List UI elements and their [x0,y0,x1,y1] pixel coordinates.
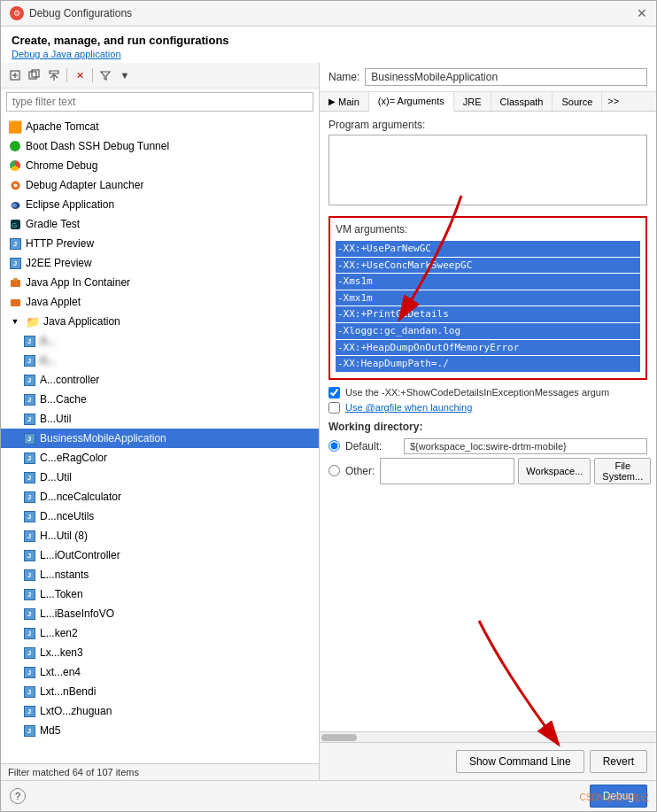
filter-input[interactable] [6,92,313,112]
tab-more-button[interactable]: >> [602,92,624,111]
tree-item-eclipse[interactable]: Eclipse Application [1,195,319,214]
name-input[interactable] [365,68,647,86]
tab-source-label: Source [561,97,592,107]
vm-args-content[interactable]: -XX:+UseParNewGC -XX:+UseConcMarkSweepGC… [336,241,640,372]
other-radio[interactable] [328,465,340,476]
other-radio-label: Other: [345,465,375,477]
tree-item-a2[interactable]: J A... [1,351,319,370]
checkbox-argfile-row: Use @argfile when launching [328,402,647,414]
argfile-checkbox[interactable] [328,402,340,414]
tree-item-butil[interactable]: J B...Util [1,409,319,429]
tree-item-dutil[interactable]: J D...Util [1,468,319,487]
revert-button[interactable]: Revert [590,750,647,773]
tree-item-md5[interactable]: J Md5 [1,721,319,740]
tree-item-label: L...iBaseInfoVO [40,607,114,620]
tree-item-cragcolor[interactable]: J C...eRagColor [1,448,319,468]
tab-classpath[interactable]: Classpath [491,92,553,111]
tree-item-label: C...eRagColor [40,452,107,464]
show-command-line-button[interactable]: Show Command Line [456,750,584,773]
title-bar-left: ⚙ Debug Configurations [10,6,132,20]
tree-item-java-applet[interactable]: Java Applet [1,292,319,312]
tree-item-java-app-container[interactable]: Java App In Container [1,273,319,292]
default-radio[interactable] [328,440,340,452]
tree-item-lken2[interactable]: J L...ken2 [1,623,319,643]
close-icon[interactable]: ✕ [637,6,647,20]
tab-jre-label: JRE [463,97,482,107]
tree-item-debug-adapter[interactable]: Debug Adapter Launcher [1,175,319,195]
tree-item-label: Apache Tomcat [26,120,99,133]
tree-item-bcache[interactable]: J B...Cache [1,390,319,409]
default-radio-row: Default: [328,438,647,454]
workspace-button[interactable]: Workspace... [518,458,591,484]
tree-item-label: Chrome Debug [26,159,97,172]
tree-item-chrome-debug[interactable]: Chrome Debug [1,156,319,175]
config-icon: J [22,684,36,699]
tree-item-boot-dash[interactable]: Boot Dash SSH Debug Tunnel [1,136,319,156]
filter-status: Filter matched 64 of 107 items [1,763,319,780]
vm-args-label: VM arguments: [336,223,640,236]
tree-item-label: Java Application [43,315,120,328]
tree-item-acontroller[interactable]: J A...controller [1,370,319,390]
tree-item-http-preview[interactable]: J HTTP Preview [1,234,319,253]
vm-arg-line: -Xms1m [336,274,640,290]
tab-main[interactable]: ▶ Main [320,92,369,111]
program-args-box[interactable] [328,135,647,205]
tab-arguments-label: (x)= Arguments [378,96,444,106]
config-icon: J [22,626,36,640]
showcode-checkbox[interactable] [328,387,340,398]
default-dir-input[interactable] [404,438,647,454]
tabs-bar: ▶ Main (x)= Arguments JRE Classpath Sour… [320,92,656,112]
tree-item-label: D...nceCalculator [40,491,121,503]
tree-item-dcalculator[interactable]: J D...nceCalculator [1,487,319,507]
tree-item-dutils[interactable]: J D...nceUtils [1,507,319,526]
watermark: CSDN@老年笔记 [580,792,650,804]
java-application-icon: 📁 [26,314,40,329]
tree-item-label: H...Util (8) [40,530,88,542]
new-config-button[interactable] [6,66,24,84]
vm-arg-line: -Xloggc:gc_dandan.log [336,323,640,339]
tree-item-lbaseinfovo[interactable]: J L...iBaseInfoVO [1,604,319,623]
tree-item-label: BusinessMobileApplication [40,432,166,445]
filter-button[interactable] [97,66,114,84]
tree-item-label: B...Cache [40,393,87,406]
tree-item-lxtnbendi[interactable]: J Lxt...nBendi [1,682,319,701]
tree-item-lcontroller[interactable]: J L...iOutController [1,545,319,565]
arguments-content: Program arguments: VM arguments: -XX:+Us… [320,112,656,731]
other-dir-input[interactable] [380,458,514,484]
expand-button[interactable]: ▼ [116,66,134,84]
default-radio-label: Default: [345,440,398,452]
export-button[interactable] [45,66,63,84]
tree-item-java-application[interactable]: ▼ 📁 Java Application [1,312,319,331]
argfile-label[interactable]: Use @argfile when launching [345,402,472,413]
expand-arrow-icon: ▼ [8,314,22,329]
tree-item-lxtozhuguan[interactable]: J LxtO...zhuguan [1,701,319,721]
filesystem-button[interactable]: File System... [594,458,651,484]
delete-button[interactable]: ✕ [71,66,89,84]
tab-arguments[interactable]: (x)= Arguments [369,92,454,112]
subtitle-link[interactable]: Debug a Java application [12,49,645,59]
tree-item-a1[interactable]: J A... [1,331,319,351]
config-icon: J [22,412,36,426]
tree-item-label: Java App In Container [26,276,130,289]
tree-item-lnstants[interactable]: J L...nstants [1,565,319,584]
window-icon: ⚙ [10,6,24,20]
tree-item-label: Debug Adapter Launcher [26,179,143,191]
duplicate-button[interactable] [26,66,43,84]
tree-item-business-mobile-app[interactable]: J BusinessMobileApplication [1,429,319,448]
config-icon: J [22,431,36,445]
tree-item-j2ee[interactable]: J J2EE Preview [1,253,319,273]
tree-item-apache-tomcat[interactable]: 🟧 Apache Tomcat [1,117,319,136]
left-panel: ✕ ▼ 🟧 Apache Tomcat Boot Dash SSH Deb [1,63,320,780]
horizontal-scrollbar[interactable] [320,731,656,742]
tree-item-label: A... [40,335,56,347]
tree-item-hutil8[interactable]: J H...Util (8) [1,526,319,545]
tab-source[interactable]: Source [553,92,602,111]
tab-jre[interactable]: JRE [454,92,491,111]
tree-item-gradle[interactable]: G Gradle Test [1,214,319,234]
tree-item-ltoken[interactable]: J L...Token [1,584,319,604]
tree-item-lxken3[interactable]: J Lx...ken3 [1,643,319,662]
vm-arg-line: -XX:+UseParNewGC [336,241,640,257]
help-button[interactable]: ? [10,788,26,804]
svg-rect-3 [29,72,36,79]
tree-item-lxten4[interactable]: J Lxt...en4 [1,662,319,682]
